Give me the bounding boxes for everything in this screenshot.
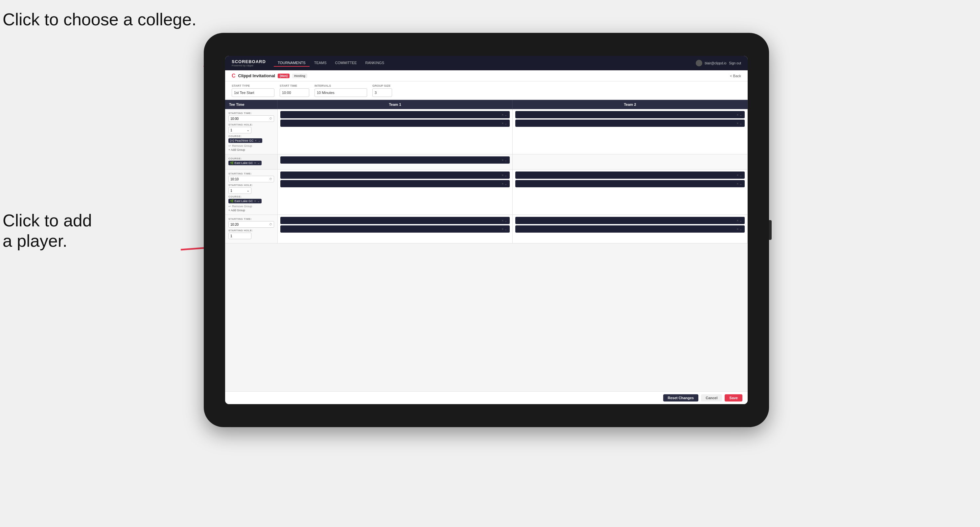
start-time-input[interactable]	[280, 88, 309, 97]
course-chevron-1[interactable]: ⌄	[258, 139, 261, 142]
start-time-field: Start Time	[280, 84, 309, 97]
tablet-side-button	[769, 220, 772, 240]
player-slots-team1-1: × ⌄ × ⌄	[278, 109, 513, 154]
player-slot[interactable]: × ⌄	[515, 180, 745, 187]
nav-rankings[interactable]: RANKINGS	[361, 59, 388, 67]
sign-out-link[interactable]: Sign out	[729, 62, 741, 65]
col-tee-time: Tee Time	[225, 100, 278, 109]
starting-time-input-3[interactable]: 10:20 ⏱	[228, 221, 274, 228]
add-group-1[interactable]: + Add Group	[228, 148, 274, 151]
nav-bar: SCOREBOARD Powered by clippd TOURNAMENTS…	[225, 56, 748, 70]
intervals-field: Intervals 10 Minutes	[315, 84, 367, 97]
player-slots-extra-team1: × ⌄	[278, 154, 513, 169]
reset-button[interactable]: Reset Changes	[663, 394, 698, 402]
logo-area: SCOREBOARD Powered by clippd	[232, 59, 266, 67]
player-slot[interactable]: × ⌄	[280, 120, 510, 127]
user-avatar	[696, 60, 702, 67]
group-size-select[interactable]: 3	[372, 88, 392, 97]
annotation-add-player: Click to adda player.	[3, 210, 92, 251]
course-tag-extra[interactable]: 🌿 East Lake GC × ⌄	[228, 161, 262, 165]
sub-header: C Clippd Invitational (Men) Hosting < Ba…	[225, 70, 748, 81]
start-type-field: Start Type 1st Tee Start	[232, 84, 274, 97]
player-slot[interactable]: × ⌄	[280, 171, 510, 179]
user-email: blair@clippd.io	[705, 62, 727, 65]
player-slots-team2-3: × ⌄ × ⌄	[513, 215, 748, 243]
gender-badge: (Men)	[278, 74, 290, 78]
intervals-label: Intervals	[315, 84, 367, 87]
player-slots-extra-team2	[513, 154, 748, 169]
logo-subtitle: Powered by clippd	[232, 64, 266, 67]
logo-title: SCOREBOARD	[232, 59, 266, 64]
back-button[interactable]: < Back	[730, 74, 741, 78]
player-slots-team2-2: × ⌄ × ⌄	[513, 170, 748, 214]
player-slot[interactable]: × ⌄	[280, 180, 510, 187]
starting-time-input-1[interactable]: 10:00 ⏱	[228, 115, 274, 122]
hosting-badge: Hosting	[292, 74, 307, 78]
app-footer: Reset Changes Cancel Save	[225, 391, 748, 404]
starting-time-input-2[interactable]: 10:10 ⏱	[228, 176, 274, 183]
nav-links: TOURNAMENTS TEAMS COMMITTEE RANKINGS	[274, 59, 696, 67]
remove-group-2[interactable]: ↩ Remove Group	[228, 205, 274, 208]
start-type-select[interactable]: 1st Tee Start	[232, 88, 274, 97]
add-group-2[interactable]: + Add Group	[228, 209, 274, 212]
table-content: STARTING TIME: 10:00 ⏱ STARTING HOLE: 1 …	[225, 109, 748, 391]
player-slot[interactable]: × ⌄	[280, 225, 510, 233]
tee-time-left-2: STARTING TIME: 10:10 ⏱ STARTING HOLE: 1 …	[225, 170, 278, 214]
player-slot[interactable]: × ⌄	[515, 225, 745, 233]
player-slot[interactable]: × ⌄	[280, 217, 510, 224]
tee-time-row-3: STARTING TIME: 10:20 ⏱ STARTING HOLE: 1 …	[225, 215, 748, 243]
annotation-choose-college: Click to choose a college.	[3, 9, 197, 30]
save-button[interactable]: Save	[725, 394, 742, 402]
tee-time-row: STARTING TIME: 10:00 ⏱ STARTING HOLE: 1 …	[225, 109, 748, 154]
intervals-select[interactable]: 10 Minutes	[315, 88, 367, 97]
player-slots-team1-3: × ⌄ × ⌄	[278, 215, 513, 243]
player-slots-team2-1: × ⌄ × ⌄	[513, 109, 748, 154]
nav-tournaments[interactable]: TOURNAMENTS	[274, 59, 310, 67]
remove-group-1[interactable]: ↩ Remove Group	[228, 144, 274, 148]
tee-time-left-3: STARTING TIME: 10:20 ⏱ STARTING HOLE: 1	[225, 215, 278, 243]
starting-time-label-1: STARTING TIME:	[228, 112, 274, 115]
tee-time-row-extra-1: COURSE: 🌿 East Lake GC × ⌄ × ⌄	[225, 154, 748, 170]
col-team2: Team 2	[513, 100, 748, 109]
course-tag-1[interactable]: (A) Peachtree GC × ⌄	[228, 138, 262, 143]
tournament-title: C Clippd Invitational (Men) Hosting	[232, 73, 307, 79]
start-time-label: Start Time	[280, 84, 309, 87]
tablet-screen: SCOREBOARD Powered by clippd TOURNAMENTS…	[225, 56, 748, 404]
config-row: Start Type 1st Tee Start Start Time Inte…	[225, 81, 748, 100]
tee-time-row-2: STARTING TIME: 10:10 ⏱ STARTING HOLE: 1 …	[225, 170, 748, 215]
nav-right: blair@clippd.io Sign out	[696, 60, 741, 67]
player-slot[interactable]: × ⌄	[515, 217, 745, 224]
group-size-field: Group Size 3	[372, 84, 392, 97]
col-team1: Team 1	[278, 100, 513, 109]
nav-committee[interactable]: COMMITTEE	[331, 59, 361, 67]
player-slot[interactable]: × ⌄	[515, 171, 745, 179]
tee-time-left-extra-1: COURSE: 🌿 East Lake GC × ⌄	[225, 154, 278, 169]
course-label-extra: COURSE:	[228, 157, 274, 160]
starting-hole-label-1: STARTING HOLE:	[228, 123, 274, 126]
tournament-name: Clippd Invitational	[238, 73, 275, 78]
player-slot[interactable]: × ⌄	[280, 111, 510, 118]
group-size-label: Group Size	[372, 84, 392, 87]
table-header: Tee Time Team 1 Team 2	[225, 100, 748, 109]
player-slot[interactable]: × ⌄	[280, 156, 510, 163]
start-type-label: Start Type	[232, 84, 274, 87]
tablet-frame: SCOREBOARD Powered by clippd TOURNAMENTS…	[204, 33, 769, 427]
player-slot[interactable]: × ⌄	[515, 120, 745, 127]
nav-teams[interactable]: TEAMS	[310, 59, 331, 67]
starting-hole-input-2[interactable]: 1 ⌄	[228, 187, 251, 194]
cancel-button[interactable]: Cancel	[701, 394, 722, 402]
clippd-logo: C	[232, 73, 235, 79]
course-label-1: COURSE:	[228, 135, 274, 138]
course-remove-1[interactable]: ×	[255, 139, 257, 142]
starting-hole-input-3[interactable]: 1	[228, 233, 251, 239]
starting-hole-input-1[interactable]: 1 ⌄	[228, 127, 251, 133]
tee-time-left-1: STARTING TIME: 10:00 ⏱ STARTING HOLE: 1 …	[225, 109, 278, 154]
player-slot[interactable]: × ⌄	[515, 111, 745, 118]
player-slots-team1-2: × ⌄ × ⌄	[278, 170, 513, 214]
course-tag-2[interactable]: 🌿 East Lake GC × ⌄	[228, 199, 262, 203]
